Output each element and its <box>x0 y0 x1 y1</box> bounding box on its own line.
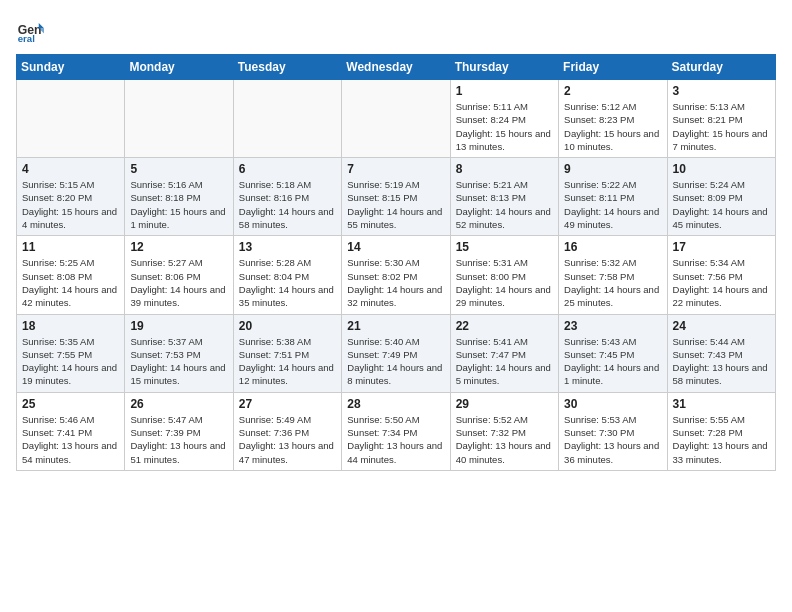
calendar-cell: 28Sunrise: 5:50 AM Sunset: 7:34 PM Dayli… <box>342 392 450 470</box>
cell-info: Sunrise: 5:44 AM Sunset: 7:43 PM Dayligh… <box>673 335 770 388</box>
calendar-cell: 1Sunrise: 5:11 AM Sunset: 8:24 PM Daylig… <box>450 80 558 158</box>
cell-info: Sunrise: 5:11 AM Sunset: 8:24 PM Dayligh… <box>456 100 553 153</box>
logo: Gen eral <box>16 16 46 44</box>
day-number: 8 <box>456 162 553 176</box>
header-day-tuesday: Tuesday <box>233 55 341 80</box>
day-number: 23 <box>564 319 661 333</box>
day-number: 27 <box>239 397 336 411</box>
header-day-sunday: Sunday <box>17 55 125 80</box>
week-row-3: 11Sunrise: 5:25 AM Sunset: 8:08 PM Dayli… <box>17 236 776 314</box>
header-day-friday: Friday <box>559 55 667 80</box>
week-row-5: 25Sunrise: 5:46 AM Sunset: 7:41 PM Dayli… <box>17 392 776 470</box>
day-number: 13 <box>239 240 336 254</box>
day-number: 18 <box>22 319 119 333</box>
calendar-cell: 19Sunrise: 5:37 AM Sunset: 7:53 PM Dayli… <box>125 314 233 392</box>
day-number: 5 <box>130 162 227 176</box>
header-day-monday: Monday <box>125 55 233 80</box>
cell-info: Sunrise: 5:32 AM Sunset: 7:58 PM Dayligh… <box>564 256 661 309</box>
day-number: 26 <box>130 397 227 411</box>
logo-icon: Gen eral <box>16 16 44 44</box>
day-number: 3 <box>673 84 770 98</box>
cell-info: Sunrise: 5:22 AM Sunset: 8:11 PM Dayligh… <box>564 178 661 231</box>
day-number: 16 <box>564 240 661 254</box>
calendar-cell <box>342 80 450 158</box>
cell-info: Sunrise: 5:49 AM Sunset: 7:36 PM Dayligh… <box>239 413 336 466</box>
cell-info: Sunrise: 5:25 AM Sunset: 8:08 PM Dayligh… <box>22 256 119 309</box>
day-number: 19 <box>130 319 227 333</box>
cell-info: Sunrise: 5:38 AM Sunset: 7:51 PM Dayligh… <box>239 335 336 388</box>
cell-info: Sunrise: 5:53 AM Sunset: 7:30 PM Dayligh… <box>564 413 661 466</box>
calendar-cell: 15Sunrise: 5:31 AM Sunset: 8:00 PM Dayli… <box>450 236 558 314</box>
calendar-cell: 9Sunrise: 5:22 AM Sunset: 8:11 PM Daylig… <box>559 158 667 236</box>
day-number: 7 <box>347 162 444 176</box>
cell-info: Sunrise: 5:31 AM Sunset: 8:00 PM Dayligh… <box>456 256 553 309</box>
day-number: 29 <box>456 397 553 411</box>
calendar-cell: 13Sunrise: 5:28 AM Sunset: 8:04 PM Dayli… <box>233 236 341 314</box>
cell-info: Sunrise: 5:13 AM Sunset: 8:21 PM Dayligh… <box>673 100 770 153</box>
day-number: 6 <box>239 162 336 176</box>
cell-info: Sunrise: 5:15 AM Sunset: 8:20 PM Dayligh… <box>22 178 119 231</box>
calendar-cell: 3Sunrise: 5:13 AM Sunset: 8:21 PM Daylig… <box>667 80 775 158</box>
calendar-cell: 27Sunrise: 5:49 AM Sunset: 7:36 PM Dayli… <box>233 392 341 470</box>
calendar-cell: 20Sunrise: 5:38 AM Sunset: 7:51 PM Dayli… <box>233 314 341 392</box>
calendar-cell: 26Sunrise: 5:47 AM Sunset: 7:39 PM Dayli… <box>125 392 233 470</box>
week-row-4: 18Sunrise: 5:35 AM Sunset: 7:55 PM Dayli… <box>17 314 776 392</box>
day-number: 20 <box>239 319 336 333</box>
day-number: 12 <box>130 240 227 254</box>
week-row-2: 4Sunrise: 5:15 AM Sunset: 8:20 PM Daylig… <box>17 158 776 236</box>
day-number: 4 <box>22 162 119 176</box>
cell-info: Sunrise: 5:47 AM Sunset: 7:39 PM Dayligh… <box>130 413 227 466</box>
week-row-1: 1Sunrise: 5:11 AM Sunset: 8:24 PM Daylig… <box>17 80 776 158</box>
calendar-cell <box>17 80 125 158</box>
cell-info: Sunrise: 5:19 AM Sunset: 8:15 PM Dayligh… <box>347 178 444 231</box>
cell-info: Sunrise: 5:55 AM Sunset: 7:28 PM Dayligh… <box>673 413 770 466</box>
cell-info: Sunrise: 5:12 AM Sunset: 8:23 PM Dayligh… <box>564 100 661 153</box>
header-row: SundayMondayTuesdayWednesdayThursdayFrid… <box>17 55 776 80</box>
calendar-cell: 10Sunrise: 5:24 AM Sunset: 8:09 PM Dayli… <box>667 158 775 236</box>
calendar-cell: 16Sunrise: 5:32 AM Sunset: 7:58 PM Dayli… <box>559 236 667 314</box>
calendar-cell: 29Sunrise: 5:52 AM Sunset: 7:32 PM Dayli… <box>450 392 558 470</box>
calendar-cell <box>125 80 233 158</box>
calendar-cell: 25Sunrise: 5:46 AM Sunset: 7:41 PM Dayli… <box>17 392 125 470</box>
calendar-cell: 21Sunrise: 5:40 AM Sunset: 7:49 PM Dayli… <box>342 314 450 392</box>
header-day-saturday: Saturday <box>667 55 775 80</box>
header: Gen eral <box>16 16 776 44</box>
cell-info: Sunrise: 5:34 AM Sunset: 7:56 PM Dayligh… <box>673 256 770 309</box>
day-number: 30 <box>564 397 661 411</box>
svg-text:eral: eral <box>18 33 35 44</box>
day-number: 24 <box>673 319 770 333</box>
cell-info: Sunrise: 5:35 AM Sunset: 7:55 PM Dayligh… <box>22 335 119 388</box>
calendar-cell: 30Sunrise: 5:53 AM Sunset: 7:30 PM Dayli… <box>559 392 667 470</box>
calendar-cell: 24Sunrise: 5:44 AM Sunset: 7:43 PM Dayli… <box>667 314 775 392</box>
cell-info: Sunrise: 5:43 AM Sunset: 7:45 PM Dayligh… <box>564 335 661 388</box>
day-number: 1 <box>456 84 553 98</box>
day-number: 11 <box>22 240 119 254</box>
day-number: 17 <box>673 240 770 254</box>
calendar-cell: 31Sunrise: 5:55 AM Sunset: 7:28 PM Dayli… <box>667 392 775 470</box>
calendar-table: SundayMondayTuesdayWednesdayThursdayFrid… <box>16 54 776 471</box>
day-number: 25 <box>22 397 119 411</box>
day-number: 31 <box>673 397 770 411</box>
day-number: 14 <box>347 240 444 254</box>
cell-info: Sunrise: 5:52 AM Sunset: 7:32 PM Dayligh… <box>456 413 553 466</box>
cell-info: Sunrise: 5:16 AM Sunset: 8:18 PM Dayligh… <box>130 178 227 231</box>
day-number: 22 <box>456 319 553 333</box>
page: Gen eral SundayMondayTuesdayWednesdayThu… <box>0 0 792 481</box>
cell-info: Sunrise: 5:37 AM Sunset: 7:53 PM Dayligh… <box>130 335 227 388</box>
day-number: 28 <box>347 397 444 411</box>
calendar-cell: 6Sunrise: 5:18 AM Sunset: 8:16 PM Daylig… <box>233 158 341 236</box>
calendar-cell: 14Sunrise: 5:30 AM Sunset: 8:02 PM Dayli… <box>342 236 450 314</box>
cell-info: Sunrise: 5:21 AM Sunset: 8:13 PM Dayligh… <box>456 178 553 231</box>
day-number: 9 <box>564 162 661 176</box>
cell-info: Sunrise: 5:27 AM Sunset: 8:06 PM Dayligh… <box>130 256 227 309</box>
cell-info: Sunrise: 5:30 AM Sunset: 8:02 PM Dayligh… <box>347 256 444 309</box>
day-number: 15 <box>456 240 553 254</box>
day-number: 2 <box>564 84 661 98</box>
day-number: 21 <box>347 319 444 333</box>
cell-info: Sunrise: 5:46 AM Sunset: 7:41 PM Dayligh… <box>22 413 119 466</box>
cell-info: Sunrise: 5:41 AM Sunset: 7:47 PM Dayligh… <box>456 335 553 388</box>
cell-info: Sunrise: 5:18 AM Sunset: 8:16 PM Dayligh… <box>239 178 336 231</box>
calendar-cell: 22Sunrise: 5:41 AM Sunset: 7:47 PM Dayli… <box>450 314 558 392</box>
cell-info: Sunrise: 5:40 AM Sunset: 7:49 PM Dayligh… <box>347 335 444 388</box>
calendar-cell: 17Sunrise: 5:34 AM Sunset: 7:56 PM Dayli… <box>667 236 775 314</box>
